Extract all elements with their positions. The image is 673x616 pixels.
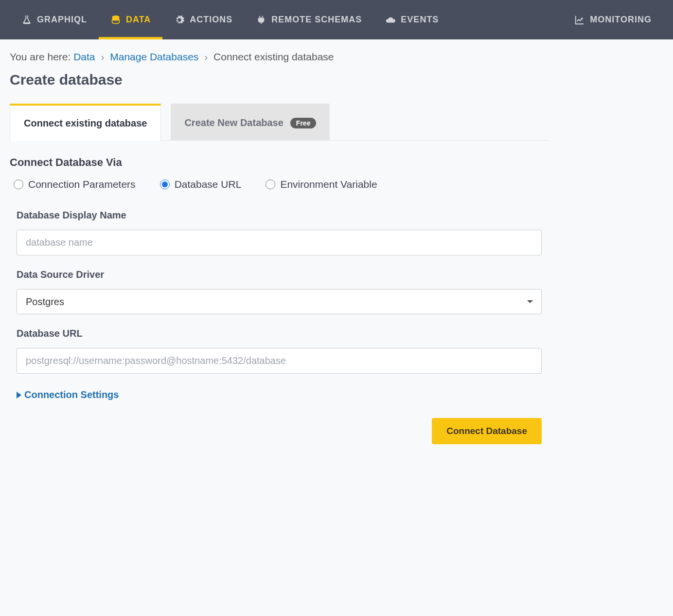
tab-create-new[interactable]: Create New Database Free xyxy=(171,104,330,140)
cloud-icon xyxy=(385,15,396,25)
nav-label: DATA xyxy=(126,15,151,25)
nav-remote-schemas[interactable]: REMOTE SCHEMAS xyxy=(244,0,373,39)
nav-label: MONITORING xyxy=(590,15,652,25)
nav-label: ACTIONS xyxy=(190,15,232,25)
connect-via-heading: Connect Database Via xyxy=(10,156,549,169)
actions-row: Connect Database xyxy=(10,418,549,444)
top-nav: GRAPHIQL DATA ACTIONS REMOTE SCHEMAS EVE… xyxy=(0,0,673,39)
caret-right-icon xyxy=(17,392,21,399)
nav-actions[interactable]: ACTIONS xyxy=(162,0,244,39)
tab-label: Create New Database xyxy=(184,117,283,128)
nav-monitoring[interactable]: MONITORING xyxy=(563,0,663,39)
main-content: You are here: Data › Manage Databases › … xyxy=(0,39,558,456)
display-name-group: Database Display Name xyxy=(17,210,542,255)
plug-icon xyxy=(256,15,266,25)
display-name-input[interactable] xyxy=(17,230,542,255)
connection-settings-label: Connection Settings xyxy=(24,389,119,400)
db-url-input[interactable] xyxy=(17,348,542,374)
driver-select[interactable]: Postgres xyxy=(17,289,542,314)
nav-data[interactable]: DATA xyxy=(99,0,162,39)
breadcrumb-prefix: You are here: xyxy=(10,51,71,62)
breadcrumb-current: Connect existing database xyxy=(213,51,334,62)
radio-label: Environment Variable xyxy=(280,179,377,190)
connect-via-radios: Connection Parameters Database URL Envir… xyxy=(10,179,549,190)
nav-events[interactable]: EVENTS xyxy=(373,0,450,39)
radio-input-env[interactable] xyxy=(266,180,275,189)
page-title: Create database xyxy=(10,72,549,88)
gear-icon xyxy=(174,15,185,25)
tab-label: Connect existing database xyxy=(24,118,147,129)
breadcrumb-link-data[interactable]: Data xyxy=(73,51,95,62)
db-url-group: Database URL xyxy=(17,328,542,374)
radio-input-url[interactable] xyxy=(160,180,170,189)
tabs: Connect existing database Create New Dat… xyxy=(10,104,549,141)
connection-settings-toggle[interactable]: Connection Settings xyxy=(17,389,542,400)
flask-icon xyxy=(21,15,32,25)
chart-icon xyxy=(574,15,585,25)
driver-label: Data Source Driver xyxy=(17,269,542,280)
radio-input-params[interactable] xyxy=(14,180,23,189)
db-url-label: Database URL xyxy=(17,328,542,339)
radio-label: Connection Parameters xyxy=(28,179,136,190)
nav-graphiql[interactable]: GRAPHIQL xyxy=(10,0,99,39)
radio-label: Database URL xyxy=(175,179,242,190)
breadcrumb-link-manage[interactable]: Manage Databases xyxy=(110,51,198,62)
tab-connect-existing[interactable]: Connect existing database xyxy=(10,104,161,141)
radio-connection-params[interactable]: Connection Parameters xyxy=(14,179,136,190)
driver-group: Data Source Driver Postgres xyxy=(17,269,542,314)
database-icon xyxy=(110,15,121,25)
nav-label: EVENTS xyxy=(401,15,439,25)
breadcrumb-sep: › xyxy=(101,51,104,62)
free-badge: Free xyxy=(290,118,317,128)
radio-env-var[interactable]: Environment Variable xyxy=(266,179,377,190)
breadcrumb: You are here: Data › Manage Databases › … xyxy=(10,51,549,63)
radio-database-url[interactable]: Database URL xyxy=(160,179,242,190)
nav-label: REMOTE SCHEMAS xyxy=(271,15,362,25)
nav-label: GRAPHIQL xyxy=(37,15,87,25)
connect-database-button[interactable]: Connect Database xyxy=(432,418,542,444)
display-name-label: Database Display Name xyxy=(17,210,542,221)
breadcrumb-sep: › xyxy=(204,51,208,62)
